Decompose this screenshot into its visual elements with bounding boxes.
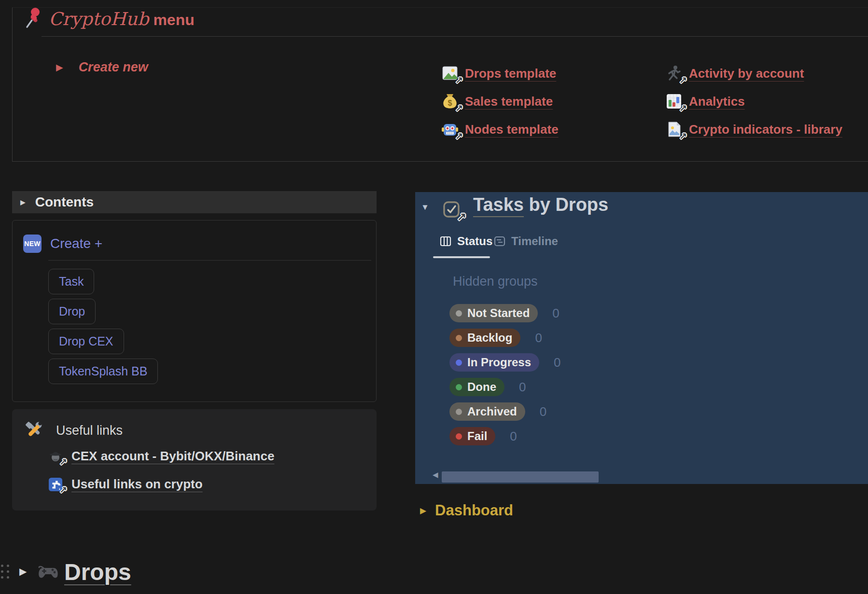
drop-cex-button[interactable]: Drop CEX xyxy=(48,329,124,354)
status-dot-icon xyxy=(456,335,462,341)
toggle-down-icon[interactable]: ▼ xyxy=(421,203,429,211)
group-row-done: Done 0 xyxy=(449,378,561,396)
tokensplash-bb-button[interactable]: TokenSplash BB xyxy=(48,359,158,384)
status-pill[interactable]: Not Started xyxy=(449,304,538,322)
drop-button[interactable]: Drop xyxy=(48,299,96,324)
picture-page-icon: ↗ xyxy=(665,121,683,138)
useful-links-title: Useful links xyxy=(56,423,123,438)
toggle-right-icon[interactable]: ▶ xyxy=(420,507,426,515)
link-arrow-icon: ↗ xyxy=(679,130,687,141)
contents-label: Contents xyxy=(35,194,94,210)
scrollbar-left-arrow-icon[interactable]: ◀ xyxy=(433,470,438,479)
template-links-column: ↗ Drops template $ ↗ Sales template xyxy=(441,63,559,140)
dashboard-toggle[interactable]: ▶ Dashboard xyxy=(420,502,513,519)
create-plus-button[interactable]: Create + xyxy=(50,236,102,251)
status-pill[interactable]: Archived xyxy=(449,402,525,421)
pushpin-icon xyxy=(21,6,45,32)
status-pill[interactable]: Fail xyxy=(449,427,495,445)
contents-box: NEW Create + Task Drop Drop CEX TokenSpl… xyxy=(12,220,377,402)
toggle-right-icon[interactable]: ▶ xyxy=(56,63,63,72)
tab-timeline-label[interactable]: Timeline xyxy=(511,235,558,248)
group-row-fail: Fail 0 xyxy=(449,427,561,445)
dashboard-label: Dashboard xyxy=(435,502,513,519)
timeline-icon xyxy=(493,235,506,248)
link-label[interactable]: Useful links on crypto xyxy=(71,477,203,492)
group-row-in-progress: In Progress 0 xyxy=(449,353,561,372)
link-arrow-icon: ↗ xyxy=(679,74,687,85)
task-checkbox-icon: ↗ xyxy=(442,200,461,219)
link-arrow-icon: ↗ xyxy=(457,210,466,223)
group-row-backlog: Backlog 0 xyxy=(449,329,561,347)
link-label[interactable]: Drops template xyxy=(465,66,556,81)
title-divider xyxy=(42,36,868,37)
link-label[interactable]: Sales template xyxy=(465,94,553,109)
group-count: 0 xyxy=(540,404,546,419)
tasks-panel-title[interactable]: Tasks by Drops xyxy=(473,194,608,215)
tab-status-label[interactable]: Status xyxy=(457,235,492,248)
faucet-icon: ↗ xyxy=(48,477,63,492)
group-count: 0 xyxy=(535,331,542,345)
status-dot-icon xyxy=(456,359,462,366)
status-dot-icon xyxy=(456,433,462,440)
bar-chart-icon: ↗ xyxy=(665,93,683,110)
status-pill[interactable]: Done xyxy=(449,378,504,396)
link-arrow-icon: ↗ xyxy=(455,102,463,113)
board-columns-icon xyxy=(439,235,452,248)
group-count: 0 xyxy=(552,306,559,321)
link-arrow-icon: ↗ xyxy=(679,102,687,113)
drag-handle[interactable] xyxy=(1,565,9,579)
link-drops-template[interactable]: ↗ Drops template xyxy=(441,63,559,84)
page-title: CryptoHub menu xyxy=(49,9,195,29)
link-label[interactable]: Activity by account xyxy=(689,66,804,81)
active-tab-underline xyxy=(433,256,490,258)
link-label[interactable]: Analytics xyxy=(689,94,745,109)
link-label[interactable]: CEX account - Bybit/OKX/Binance xyxy=(71,449,274,464)
tab-timeline[interactable]: Timeline xyxy=(493,235,558,248)
link-nodes-template[interactable]: ↗ Nodes template xyxy=(441,119,559,140)
group-count: 0 xyxy=(519,380,526,395)
tools-icon xyxy=(24,421,43,440)
hidden-groups-list: Not Started 0 Backlog 0 In Progress 0 xyxy=(449,304,561,445)
horizontal-scrollbar-thumb[interactable] xyxy=(442,471,599,483)
link-useful-links-crypto[interactable]: ↗ Useful links on crypto xyxy=(48,477,203,492)
task-button[interactable]: Task xyxy=(48,269,94,294)
create-new-toggle[interactable]: ▶ Create new xyxy=(56,60,148,75)
link-arrow-icon: ↗ xyxy=(455,74,463,85)
create-buttons-group: Task Drop Drop CEX TokenSplash BB xyxy=(48,269,158,384)
drops-section-title[interactable]: Drops xyxy=(64,559,131,585)
link-cex-account[interactable]: ↗ CEX account - Bybit/OKX/Binance xyxy=(48,449,274,464)
link-sales-template[interactable]: $ ↗ Sales template xyxy=(441,91,559,112)
page: CryptoHub menu ▶ Create new ↗ Drops temp… xyxy=(0,0,868,594)
tab-status[interactable]: Status xyxy=(439,235,492,248)
runner-icon: ↗ xyxy=(665,65,683,82)
page-title-rest: menu xyxy=(149,11,195,28)
link-arrow-icon: ↗ xyxy=(59,456,67,467)
link-label[interactable]: Crypto indicators - library xyxy=(689,122,842,137)
useful-links-header: Useful links xyxy=(24,421,123,440)
link-crypto-indicators[interactable]: ↗ Crypto indicators - library xyxy=(665,119,842,140)
status-pill[interactable]: Backlog xyxy=(449,329,520,347)
link-label[interactable]: Nodes template xyxy=(465,122,559,137)
svg-text:$: $ xyxy=(448,99,452,107)
cryptohub-menu-box: CryptoHub menu ▶ Create new ↗ Drops temp… xyxy=(12,7,868,162)
group-count: 0 xyxy=(554,355,560,370)
status-dot-icon xyxy=(456,310,462,317)
link-arrow-icon: ↗ xyxy=(455,130,463,141)
status-dot-icon xyxy=(456,384,462,390)
divider xyxy=(48,260,371,261)
toggle-right-icon[interactable]: ▶ xyxy=(20,199,26,206)
create-new-label: Create new xyxy=(79,60,148,75)
nav-links-column: ↗ Activity by account ↗ Analytics xyxy=(665,63,842,140)
money-bag-icon: $ ↗ xyxy=(441,93,459,110)
new-badge: NEW xyxy=(23,235,42,253)
picture-template-icon: ↗ xyxy=(441,65,459,82)
status-dot-icon xyxy=(456,409,462,415)
page-title-italic: CryptoHub xyxy=(49,9,149,29)
toggle-right-icon[interactable]: ▶ xyxy=(19,566,27,576)
link-analytics[interactable]: ↗ Analytics xyxy=(665,91,842,112)
contents-toggle[interactable]: ▶ Contents xyxy=(12,191,377,213)
tasks-by-drops-panel: ▼ ↗ Tasks by Drops Status xyxy=(415,192,868,484)
link-activity-by-account[interactable]: ↗ Activity by account xyxy=(665,63,842,84)
status-pill[interactable]: In Progress xyxy=(449,353,539,372)
drops-section-row: ▶ Drops xyxy=(0,559,868,588)
